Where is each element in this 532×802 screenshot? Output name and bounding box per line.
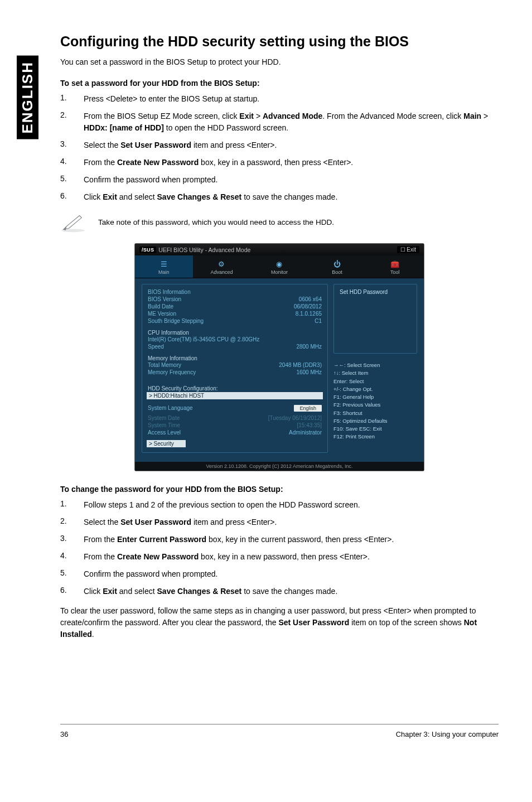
page-title: Configuring the HDD security setting usi…	[60, 33, 499, 50]
section1-title: To set a password for your HDD from the …	[60, 79, 499, 88]
note-callout: Take note of this password, which you wo…	[60, 211, 499, 233]
bios-label: South Bridge Stepping	[148, 318, 204, 324]
page-footer: 36 Chapter 3: Using your computer	[60, 724, 499, 738]
bios-label: Intel(R) Core(TM) i5-3450S CPU @ 2.80GHz	[148, 336, 259, 342]
page-content: Configuring the HDD security setting usi…	[60, 33, 499, 738]
bios-label: Memory Information	[148, 355, 322, 361]
bios-hdd-item[interactable]: > HDD0:Hitachi HDST	[147, 392, 323, 399]
step-text: Select the Set User Password item and pr…	[84, 516, 499, 528]
step-num: 1.	[60, 93, 84, 105]
step-text: Follow steps 1 and 2 of the previous sec…	[84, 499, 499, 511]
tab-main[interactable]: ☰Main	[135, 255, 193, 278]
steps-list-1: 1.Press <Delete> to enter the BIOS Setup…	[60, 93, 499, 203]
step-num: 1.	[60, 499, 84, 511]
step-num: 3.	[60, 534, 84, 545]
bios-titlebar: /SUS UEFI BIOS Utility - Advanced Mode ☐…	[135, 244, 424, 255]
bios-help-panel: Set HDD Password →←: Select Screen ↑↓: S…	[333, 284, 417, 453]
asus-logo: /SUS	[139, 247, 156, 253]
step-num: 4.	[60, 551, 84, 563]
note-text: Take note of this password, which you wo…	[98, 218, 334, 226]
step-text: From the Create New Password box, key in…	[84, 551, 499, 563]
bios-body: BIOS Information BIOS Version0606 x64 Bu…	[135, 278, 424, 462]
step-text: From the BIOS Setup EZ Mode screen, clic…	[84, 110, 499, 134]
bios-exit-button[interactable]: ☐ Exit	[397, 246, 419, 253]
bios-value: 1600 MHz	[296, 369, 322, 375]
language-tab: ENGLISH	[17, 56, 38, 139]
pencil-icon	[60, 211, 86, 233]
page-number: 36	[60, 730, 68, 738]
bios-label: Speed	[148, 344, 164, 350]
step-num: 2.	[60, 516, 84, 528]
steps-list-2: 1.Follow steps 1 and 2 of the previous s…	[60, 499, 499, 597]
intro-text: You can set a password in the BIOS Setup…	[60, 57, 499, 66]
bios-label: HDD Security Configuration:	[148, 385, 322, 392]
bios-value: Administrator	[289, 429, 322, 436]
bios-label: Build Date	[148, 303, 173, 310]
step-num: 6.	[60, 586, 84, 597]
bios-value: 2800 MHz	[296, 344, 322, 350]
step-num: 4.	[60, 157, 84, 168]
bios-value: 8.1.0.1265	[296, 311, 322, 317]
bios-label: BIOS Version	[148, 296, 181, 302]
step-num: 5.	[60, 568, 84, 580]
gauge-icon: ◉	[276, 260, 282, 268]
chapter-label: Chapter 3: Using your computer	[396, 730, 499, 738]
step-num: 2.	[60, 110, 84, 134]
bios-value: 2048 MB (DDR3)	[279, 362, 322, 368]
step-text: Press <Delete> to enter the BIOS Setup a…	[84, 93, 499, 105]
bios-lang-value[interactable]: English	[294, 405, 322, 412]
bios-screenshot: /SUS UEFI BIOS Utility - Advanced Mode ☐…	[134, 243, 424, 471]
bios-label: System Time	[148, 422, 180, 428]
step-text: From the Create New Password box, key in…	[84, 157, 499, 168]
step-num: 3.	[60, 139, 84, 151]
step-text: From the Enter Current Password box, key…	[84, 534, 499, 545]
bios-value: [Tuesday 06/19/2012]	[268, 415, 322, 421]
bios-tabs: ☰Main ⚙Advanced ◉Monitor ⏻Boot 🧰Tool	[135, 255, 424, 278]
bios-label: ME Version	[148, 311, 176, 317]
step-text: Select the Set User Password item and pr…	[84, 139, 499, 151]
final-paragraph: To clear the user password, follow the s…	[60, 605, 499, 640]
bios-label: BIOS Information	[148, 289, 191, 295]
bios-label: System Language	[148, 405, 193, 412]
bios-label: System Date	[148, 415, 180, 421]
bios-value: 0606 x64	[299, 296, 322, 302]
bios-value: C1	[315, 318, 322, 324]
tab-monitor[interactable]: ◉Monitor	[250, 255, 308, 278]
tab-boot[interactable]: ⏻Boot	[308, 255, 366, 278]
bios-main-panel: BIOS Information BIOS Version0606 x64 Bu…	[142, 284, 328, 453]
step-num: 6.	[60, 191, 84, 203]
tab-tool[interactable]: 🧰Tool	[366, 255, 424, 278]
bios-security-item[interactable]: > Security	[147, 440, 186, 447]
bios-label: Total Memory	[148, 362, 181, 368]
section2-title: To change the password for your HDD from…	[60, 485, 499, 494]
step-num: 5.	[60, 174, 84, 186]
bios-value: [15:43:35]	[297, 422, 322, 428]
list-icon: ☰	[161, 260, 167, 268]
step-text: Confirm the password when prompted.	[84, 174, 499, 186]
bios-key-hints: →←: Select Screen ↑↓: Select Item Enter:…	[333, 361, 417, 441]
gears-icon: ⚙	[218, 260, 225, 268]
step-text: Click Exit and select Save Changes & Res…	[84, 586, 499, 597]
bios-help-title: Set HDD Password	[333, 284, 417, 354]
tab-advanced[interactable]: ⚙Advanced	[193, 255, 251, 278]
bios-footer: Version 2.10.1208. Copyright (C) 2012 Am…	[135, 462, 424, 471]
bios-value: 06/08/2012	[294, 303, 322, 310]
bios-label: Access Level	[148, 429, 181, 436]
step-text: Click Exit and select Save Changes & Res…	[84, 191, 499, 203]
step-text: Confirm the password when prompted.	[84, 568, 499, 580]
power-icon: ⏻	[333, 260, 341, 268]
toolbox-icon: 🧰	[390, 260, 399, 268]
bios-title-text: UEFI BIOS Utility - Advanced Mode	[158, 247, 250, 253]
bios-label: Memory Frequency	[148, 369, 196, 375]
bios-label: CPU Information	[148, 330, 322, 336]
